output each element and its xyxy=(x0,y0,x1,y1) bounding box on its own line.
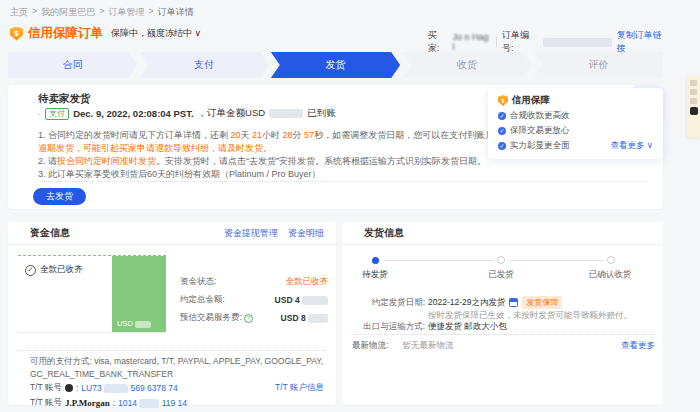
breadcrumb-home[interactable]: 主页 xyxy=(10,6,28,19)
widget-dark-icon xyxy=(690,107,698,115)
payment-progress-box: ✓ 全款已收齐 USD xyxy=(18,255,166,333)
breadcrumb-order-detail: 订单详情 xyxy=(158,6,194,19)
account-redacted xyxy=(104,384,128,393)
countdown-minutes: 28 xyxy=(283,130,293,140)
divider xyxy=(350,334,655,335)
step-label: 收货 xyxy=(457,58,477,72)
assurance-item-label: 合规收款更高效 xyxy=(510,110,570,122)
step-contract[interactable]: 合同 xyxy=(8,52,137,78)
step-shipment[interactable]: 发货 xyxy=(271,52,400,78)
trade-assurance-icon: $ xyxy=(498,95,508,106)
account-part: 569 6378 74 xyxy=(130,383,177,393)
go-ship-button[interactable]: 去发货 xyxy=(33,188,86,205)
note-warning-text: 按合同约定时间准时发货 xyxy=(57,156,156,166)
logistics-row: 最新物流: 暂无最新物流 查看更多 xyxy=(352,340,655,352)
fund-fee-redacted xyxy=(308,314,328,323)
page-header: $ 信用保障订单 保障中，额度冻结中 ∨ xyxy=(10,25,201,42)
fund-row-status: 资金状态: 全款已收齐 xyxy=(180,276,328,288)
step-payment[interactable]: 支付 xyxy=(139,52,268,78)
countdown-days: 20 xyxy=(231,130,241,140)
bank-logo-icon xyxy=(65,384,73,392)
payment-methods-line2: GC_REAL_TIME_BANK_TRANSFER xyxy=(30,368,328,381)
fund-summary-rows: 资金状态: 全款已收齐 约定总金额: USD 4 预估交易服务费: ? USD … xyxy=(180,276,328,330)
amount-redacted xyxy=(269,109,303,118)
trade-assurance-panel: $ 信用保障 ✓ 合规收款更高效 ✓ 保障交易更放心 ✓ 实力彰显更全面 查看更… xyxy=(488,88,663,159)
colon: : xyxy=(76,383,78,393)
divider xyxy=(496,37,497,47)
paid-status: ✓ 全款已收齐 xyxy=(25,264,83,276)
order-status-dropdown[interactable]: 保障中，额度冻结中 ∨ xyxy=(111,27,201,40)
tt-account-row-2: T/T 账号 J.P.Morgan : 1014 119 14 xyxy=(30,397,324,409)
paid-status-label: 全款已收齐 xyxy=(40,264,83,276)
order-detail-page: 主页 > 我的阿里巴巴 > 订单管理 > 订单详情 $ 信用保障订单 保障中，额… xyxy=(0,0,700,412)
ship-method-row: 出口与运输方式: 便捷发货 邮政大小包 xyxy=(342,321,655,333)
breadcrumb-order-management[interactable]: 订单管理 xyxy=(109,6,145,19)
breadcrumb-separator: > xyxy=(149,6,154,19)
stepper-line xyxy=(384,260,494,261)
assurance-item: ✓ 合规收款更高效 xyxy=(498,110,653,122)
status-title: 待卖家发货 xyxy=(38,92,91,106)
logistics-value: 暂无最新物流 xyxy=(402,340,453,352)
shipping-card-title: 发货信息 xyxy=(364,226,404,240)
account-part: 1014 xyxy=(118,398,137,408)
shipping-stepper: 待发货 已发货 已确认收货 xyxy=(342,252,663,282)
account-part: LU73 xyxy=(81,383,101,393)
jpmorgan-logo: J.P.Morgan xyxy=(65,398,110,408)
stepper-dot xyxy=(607,256,615,264)
step-receipt[interactable]: 收货 xyxy=(402,52,531,78)
logistics-label: 最新物流: xyxy=(352,340,388,352)
note-text: 1. 合同约定的发货时间请见下方订单详情，还剩 xyxy=(38,130,231,140)
payment-date: Dec. 9, 2022, 02:08:04 PST. xyxy=(73,108,193,119)
fund-row-label: 预估交易服务费: xyxy=(180,312,242,324)
fund-row-total: 约定总金额: USD 4 xyxy=(180,294,328,306)
widget-item-icon xyxy=(690,80,697,86)
paid-amount-bar: USD xyxy=(112,256,166,332)
funds-detail-link[interactable]: 资金明细 xyxy=(288,227,324,240)
stepper-label-confirmed: 已确认收货 xyxy=(579,269,641,281)
fund-total-text: USD 4 xyxy=(275,295,300,305)
funds-info-card: 资金信息 资金提现管理 资金明细 ✓ 全款已收齐 USD 资金状态: 全款已收齐… xyxy=(8,222,336,405)
payment-tag: 支付 xyxy=(45,108,69,120)
logistics-see-more-link[interactable]: 查看更多 xyxy=(621,340,655,352)
payment-methods: 可用的支付方式: visa, mastercard, T/T, PAYPAL, … xyxy=(30,355,328,381)
step-label: 合同 xyxy=(63,58,83,72)
stepper-label-shipped: 已发货 xyxy=(476,269,526,281)
breadcrumb-my-alibaba[interactable]: 我的阿里巴巴 xyxy=(41,6,95,19)
check-circle-icon: ✓ xyxy=(25,265,36,276)
tt-account-number: LU73 569 6378 74 xyxy=(81,383,177,393)
widget-item-icon xyxy=(690,98,697,104)
note-line-3: 3. 此订单买家享受收到货后60天的纠纷有效期（Platinum / Pro B… xyxy=(38,168,654,181)
check-icon: ✓ xyxy=(498,112,506,120)
countdown-unit: 秒 xyxy=(314,130,323,140)
tt-account-info-link[interactable]: T/T 账户信息 xyxy=(275,382,324,394)
countdown-hours: 21 xyxy=(252,130,262,140)
check-icon: ✓ xyxy=(498,142,506,150)
buyer-name: Jo n Hag l xyxy=(452,32,490,52)
calendar-icon-top xyxy=(510,299,517,302)
fund-status-value: 全款已收齐 xyxy=(286,276,329,288)
step-label: 支付 xyxy=(194,58,214,72)
countdown-unit: 小时 xyxy=(262,130,283,140)
see-more-link[interactable]: 查看更多 ∨ xyxy=(610,140,653,152)
fund-total-value: USD 4 xyxy=(275,295,328,305)
tt-account-label: T/T 账号 xyxy=(30,397,62,409)
account-part: 119 14 xyxy=(162,398,187,408)
assurance-item: ✓ 保障交易更放心 xyxy=(498,125,653,137)
ship-method-label: 出口与运输方式: xyxy=(342,321,425,333)
colon: : xyxy=(113,398,115,408)
funds-card-header: 资金信息 资金提现管理 资金明细 xyxy=(8,222,336,245)
floating-side-widget[interactable] xyxy=(687,76,700,138)
fund-row-label: 资金状态: xyxy=(180,276,216,288)
shipping-info-card: 发货信息 待发货 已发货 已确认收货 约定发货日期: 2022-12-29之内发… xyxy=(342,222,663,405)
calendar-icon[interactable] xyxy=(509,298,518,307)
check-icon: ✓ xyxy=(498,127,506,135)
step-review[interactable]: 评价 xyxy=(534,52,663,78)
help-icon[interactable]: ? xyxy=(244,314,253,323)
on-time-shipment-badge[interactable]: 发货保障 xyxy=(522,296,562,309)
order-number-redacted xyxy=(543,38,611,47)
widget-item-icon xyxy=(690,89,697,95)
countdown-seconds: 57 xyxy=(304,130,314,140)
tt-account-number: 1014 119 14 xyxy=(118,398,187,408)
withdraw-management-link[interactable]: 资金提现管理 xyxy=(224,227,278,240)
assurance-item: ✓ 实力彰显更全面 查看更多 ∨ xyxy=(498,140,653,152)
